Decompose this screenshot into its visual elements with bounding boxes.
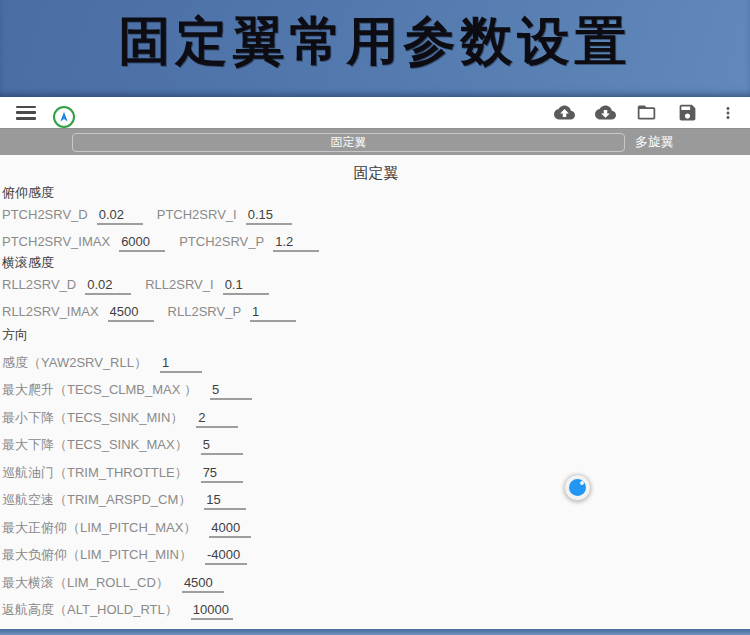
input-yaw2srv-rll[interactable] xyxy=(160,355,202,373)
open-file-button[interactable] xyxy=(634,101,658,125)
bottom-banner-strip xyxy=(0,629,750,635)
param-row: 巡航油门（TRIM_THROTTLE） xyxy=(2,465,750,481)
param-row: 最大正俯仰（LIM_PITCH_MAX） xyxy=(2,520,750,536)
tab-fixed-wing[interactable]: 固定翼 xyxy=(72,133,625,152)
param-row: RLL2SRV_D RLL2SRV_I xyxy=(2,277,750,293)
input-lim-pitch-max[interactable] xyxy=(209,520,251,538)
input-tecs-clmb-max[interactable] xyxy=(210,382,252,400)
overflow-menu-button[interactable] xyxy=(716,101,740,125)
param-label: PTCH2SRV_D xyxy=(2,207,88,223)
input-ptch2srv-imax[interactable] xyxy=(119,234,165,252)
param-label: 最大下降（TECS_SINK_MAX） xyxy=(2,437,188,453)
param-row: PTCH2SRV_D PTCH2SRV_I xyxy=(2,207,750,223)
input-alt-hold-rtl[interactable] xyxy=(191,602,233,620)
param-row: 最小下降（TECS_SINK_MIN） xyxy=(2,410,750,426)
cloud-download-icon xyxy=(595,102,616,123)
input-ptch2srv-i[interactable] xyxy=(246,207,292,225)
param-label: RLL2SRV_D xyxy=(2,277,76,293)
param-label: 返航高度（ALT_HOLD_RTL） xyxy=(2,602,178,618)
param-label: PTCH2SRV_IMAX xyxy=(2,234,110,250)
input-rll2srv-d[interactable] xyxy=(85,277,131,295)
param-label: 巡航油门（TRIM_THROTTLE） xyxy=(2,465,188,481)
app-logo-plane-icon xyxy=(53,106,75,128)
param-label: 最小下降（TECS_SINK_MIN） xyxy=(2,410,183,426)
input-rll2srv-p[interactable] xyxy=(250,304,296,322)
cloud-upload-button[interactable] xyxy=(552,101,576,125)
param-label: RLL2SRV_IMAX xyxy=(2,304,99,320)
input-trim-throttle[interactable] xyxy=(201,465,243,483)
save-button[interactable] xyxy=(675,101,699,125)
param-label: 最大负俯仰（LIM_PITCH_MIN） xyxy=(2,547,192,563)
param-row: 最大负俯仰（LIM_PITCH_MIN） xyxy=(2,547,750,563)
loading-spinner xyxy=(564,474,591,501)
param-label: RLL2SRV_I xyxy=(145,277,213,293)
param-row: 最大下降（TECS_SINK_MAX） xyxy=(2,437,750,453)
section-header-roll: 横滚感度 xyxy=(2,255,750,271)
tab-multirotor[interactable]: 多旋翼 xyxy=(635,133,674,151)
folder-icon xyxy=(636,102,657,123)
input-tecs-sink-max[interactable] xyxy=(201,437,243,455)
banner-title: 固定翼常用参数设置 xyxy=(119,7,632,77)
param-label: RLL2SRV_P xyxy=(168,304,241,320)
param-label: PTCH2SRV_I xyxy=(157,207,237,223)
input-lim-roll-cd[interactable] xyxy=(182,575,224,593)
cloud-upload-icon xyxy=(554,102,575,123)
param-row: 感度（YAW2SRV_RLL） xyxy=(2,355,750,371)
loading-spinner-ball xyxy=(569,479,586,496)
param-row: 巡航空速（TRIM_ARSPD_CM） xyxy=(2,492,750,508)
param-row: 返航高度（ALT_HOLD_RTL） xyxy=(2,602,750,618)
param-label: 最大爬升（TECS_CLMB_MAX ） xyxy=(2,382,197,398)
param-row: 最大爬升（TECS_CLMB_MAX ） xyxy=(2,382,750,398)
input-lim-pitch-min[interactable] xyxy=(205,547,247,565)
parameter-page: 固定翼 俯仰感度 PTCH2SRV_D PTCH2SRV_I PTCH2SRV_… xyxy=(0,155,750,629)
param-label: 最大横滚（LIM_ROLL_CD） xyxy=(2,575,169,591)
section-header-direction: 方向 xyxy=(2,327,750,343)
vehicle-tabbar: 固定翼 多旋翼 xyxy=(0,128,750,155)
input-trim-arspd-cm[interactable] xyxy=(204,492,246,510)
save-icon xyxy=(677,102,698,123)
param-label: 感度（YAW2SRV_RLL） xyxy=(2,355,147,371)
input-rll2srv-i[interactable] xyxy=(223,277,269,295)
input-tecs-sink-min[interactable] xyxy=(196,410,238,428)
param-row: 最大横滚（LIM_ROLL_CD） xyxy=(2,575,750,591)
input-rll2srv-imax[interactable] xyxy=(108,304,154,322)
param-label: 巡航空速（TRIM_ARSPD_CM） xyxy=(2,492,191,508)
menu-icon[interactable] xyxy=(16,106,36,120)
input-ptch2srv-p[interactable] xyxy=(273,234,319,252)
section-header-pitch: 俯仰感度 xyxy=(2,185,750,201)
param-row: PTCH2SRV_IMAX PTCH2SRV_P xyxy=(2,234,750,250)
header-banner: 固定翼常用参数设置 xyxy=(0,0,750,97)
page-title: 固定翼 xyxy=(2,155,750,180)
cloud-download-button[interactable] xyxy=(593,101,617,125)
more-vert-icon xyxy=(719,104,737,122)
input-ptch2srv-d[interactable] xyxy=(97,207,143,225)
param-label: 最大正俯仰（LIM_PITCH_MAX） xyxy=(2,520,196,536)
param-row: RLL2SRV_IMAX RLL2SRV_P xyxy=(2,304,750,320)
param-label: PTCH2SRV_P xyxy=(179,234,264,250)
app-toolbar xyxy=(0,97,750,128)
